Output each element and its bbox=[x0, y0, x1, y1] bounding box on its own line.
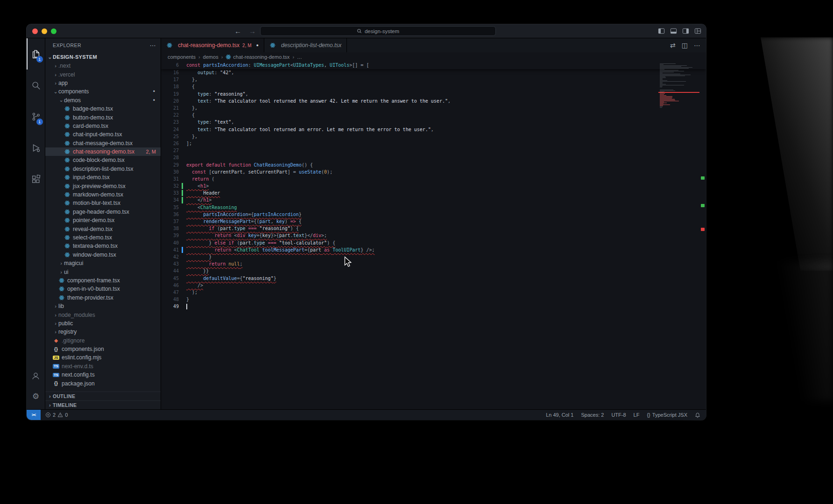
file-item-theme-provider.tsx[interactable]: theme-provider.tsx bbox=[45, 294, 161, 302]
notifications-bell-icon[interactable] bbox=[695, 412, 700, 418]
code-line-46[interactable]: 46 /> bbox=[161, 282, 706, 289]
folder-item-app[interactable]: ›app bbox=[45, 79, 161, 87]
section-outline[interactable]: ›OUTLINE bbox=[45, 392, 161, 400]
workspace-root-row[interactable]: ⌄ DESIGN-SYSTEM bbox=[45, 52, 161, 62]
encoding-status[interactable]: UTF-8 bbox=[611, 412, 626, 418]
code-line-49[interactable]: 49 bbox=[161, 303, 706, 310]
code-line-45[interactable]: 45 defaultValue={"reasoning"} bbox=[161, 274, 706, 281]
code-line-20[interactable]: 20 text: "The calculator tool returned t… bbox=[161, 98, 706, 105]
code-line-36[interactable]: 36 partsInAccordion={partsInAccordion} bbox=[161, 211, 706, 218]
file-item-code-block-demo.tsx[interactable]: code-block-demo.tsx bbox=[45, 156, 161, 164]
zoom-window-button[interactable] bbox=[51, 28, 56, 34]
file-item-card-demo.tsx[interactable]: card-demo.tsx bbox=[45, 122, 161, 130]
sticky-scroll-line[interactable]: 6const partsInAccordion: UIMessagePart<U… bbox=[161, 62, 706, 69]
code-line-41[interactable]: 41 return <ChatTool toolMessagePart={par… bbox=[161, 246, 706, 253]
minimize-window-button[interactable] bbox=[42, 28, 47, 34]
file-item-next.config.ts[interactable]: TSnext.config.ts bbox=[45, 371, 161, 379]
cursor-position-status[interactable]: Ln 49, Col 1 bbox=[546, 412, 573, 418]
file-item-component-frame.tsx[interactable]: component-frame.tsx bbox=[45, 276, 161, 285]
code-line-43[interactable]: 43 return null; bbox=[161, 260, 706, 267]
file-item-chat-message-demo.tsx[interactable]: chat-message-demo.tsx bbox=[45, 139, 161, 147]
breadcrumb-item[interactable]: chat-reasoning-demo.tsx bbox=[226, 54, 289, 60]
folder-item-demos[interactable]: ⌄demos• bbox=[45, 96, 161, 105]
code-line-26[interactable]: 26]; bbox=[161, 140, 706, 147]
file-item-page-header-demo.tsx[interactable]: page-header-demo.tsx bbox=[45, 208, 161, 216]
customize-layout-icon[interactable] bbox=[694, 28, 701, 35]
file-item-pointer-demo.tsx[interactable]: pointer-demo.tsx bbox=[45, 216, 161, 224]
split-editor-icon[interactable]: ◫ bbox=[682, 42, 688, 49]
navigate-forward-button[interactable]: → bbox=[249, 27, 256, 35]
folder-item-components[interactable]: ⌄components• bbox=[45, 87, 161, 96]
file-item-button-demo.tsx[interactable]: button-demo.tsx bbox=[45, 113, 161, 121]
file-item-.gitignore[interactable]: ◆.gitignore bbox=[45, 336, 161, 345]
language-mode-status[interactable]: {} TypeScript JSX bbox=[647, 412, 687, 418]
run-debug-activity-icon[interactable] bbox=[27, 132, 45, 163]
breadcrumb-item[interactable]: demos bbox=[203, 54, 219, 60]
file-item-package.json[interactable]: {}package.json bbox=[45, 379, 161, 387]
file-item-description-list-demo.tsx[interactable]: description-list-demo.tsx bbox=[45, 165, 161, 173]
account-icon[interactable] bbox=[27, 365, 45, 386]
code-line-25[interactable]: 25 }, bbox=[161, 133, 706, 140]
tab-chat-reasoning-demo[interactable]: chat-reasoning-demo.tsx 2, M ● bbox=[161, 38, 264, 52]
section-timeline[interactable]: ›TIMELINE bbox=[45, 400, 161, 409]
folder-item-registry[interactable]: ›registry bbox=[45, 328, 161, 336]
search-activity-icon[interactable] bbox=[27, 70, 45, 101]
code-line-31[interactable]: 31 return ( bbox=[161, 175, 706, 182]
explorer-activity-icon[interactable]: 1 bbox=[27, 38, 45, 70]
file-item-eslint.config.mjs[interactable]: JSeslint.config.mjs bbox=[45, 353, 161, 362]
navigate-back-button[interactable]: ← bbox=[234, 27, 241, 35]
open-changes-icon[interactable]: ⇄ bbox=[670, 42, 676, 49]
code-line-44[interactable]: 44 }} bbox=[161, 267, 706, 274]
code-line-19[interactable]: 19 type: "reasoning", bbox=[161, 91, 706, 98]
file-item-components.json[interactable]: {}components.json bbox=[45, 345, 161, 353]
file-item-markdown-demo.tsx[interactable]: markdown-demo.tsx bbox=[45, 190, 161, 199]
code-line-16[interactable]: 16 output: "42", bbox=[161, 69, 706, 76]
code-line-30[interactable]: 30 const [currentPart, setCurrentPart] =… bbox=[161, 168, 706, 175]
file-item-badge-demo.tsx[interactable]: badge-demo.tsx bbox=[45, 105, 161, 113]
code-line-42[interactable]: 42 } bbox=[161, 253, 706, 260]
problems-status[interactable]: 2 0 bbox=[41, 412, 68, 418]
code-line-47[interactable]: 47 ); bbox=[161, 289, 706, 296]
extensions-activity-icon[interactable] bbox=[27, 163, 45, 195]
code-line-29[interactable]: 29export default function ChatReasoningD… bbox=[161, 161, 706, 168]
file-item-motion-blur-text.tsx[interactable]: motion-blur-text.tsx bbox=[45, 199, 161, 207]
code-line-38[interactable]: 38 if (part.type === "reasoning") { bbox=[161, 225, 706, 232]
folder-item-.next[interactable]: ›.next bbox=[45, 62, 161, 70]
code-line-34[interactable]: 34 </h1> bbox=[161, 196, 706, 203]
indentation-status[interactable]: Spaces: 2 bbox=[581, 412, 604, 418]
file-item-input-demo.tsx[interactable]: input-demo.tsx bbox=[45, 173, 161, 182]
code-line-18[interactable]: 18 { bbox=[161, 83, 706, 90]
modified-dot-icon[interactable]: ● bbox=[256, 43, 259, 48]
folder-item-.vercel[interactable]: ›.vercel bbox=[45, 70, 161, 78]
folder-item-lib[interactable]: ›lib bbox=[45, 302, 161, 310]
explorer-more-actions-icon[interactable]: ⋯ bbox=[150, 42, 156, 49]
file-item-jsx-preview-demo.tsx[interactable]: jsx-preview-demo.tsx bbox=[45, 182, 161, 190]
minimap[interactable] bbox=[658, 62, 699, 409]
code-editor[interactable]: 6const partsInAccordion: UIMessagePart<U… bbox=[161, 62, 706, 409]
code-line-32[interactable]: 32 <h1> bbox=[161, 182, 706, 189]
file-item-open-in-v0-button.tsx[interactable]: open-in-v0-button.tsx bbox=[45, 285, 161, 293]
folder-item-ui[interactable]: ›ui bbox=[45, 267, 161, 276]
toggle-panel-icon[interactable] bbox=[670, 28, 677, 35]
source-control-activity-icon[interactable]: 1 bbox=[27, 101, 45, 132]
folder-item-magicui[interactable]: ›magicui bbox=[45, 259, 161, 267]
code-line-48[interactable]: 48} bbox=[161, 296, 706, 303]
folder-item-public[interactable]: ›public bbox=[45, 319, 161, 328]
breadcrumb-item[interactable]: components bbox=[168, 54, 196, 60]
file-item-textarea-demo.tsx[interactable]: textarea-demo.tsx bbox=[45, 242, 161, 250]
code-line-6[interactable]: 6const partsInAccordion: UIMessagePart<U… bbox=[161, 62, 706, 69]
folder-item-node_modules[interactable]: ›node_modules bbox=[45, 310, 161, 319]
editor-more-actions-icon[interactable]: ⋯ bbox=[694, 42, 700, 49]
settings-gear-icon[interactable]: ⚙ bbox=[27, 386, 45, 406]
file-item-select-demo.tsx[interactable]: select-demo.tsx bbox=[45, 233, 161, 242]
file-item-next-env.d.ts[interactable]: TSnext-env.d.ts bbox=[45, 362, 161, 371]
code-line-23[interactable]: 23 type: "text", bbox=[161, 119, 706, 126]
code-line-17[interactable]: 17 }, bbox=[161, 76, 706, 83]
code-line-33[interactable]: 33 Header bbox=[161, 189, 706, 196]
code-line-35[interactable]: 35 <ChatReasoning bbox=[161, 204, 706, 211]
close-window-button[interactable] bbox=[32, 28, 38, 34]
command-center-search[interactable]: design-system bbox=[260, 26, 496, 36]
eol-status[interactable]: LF bbox=[634, 412, 640, 418]
toggle-sidebar-icon[interactable] bbox=[658, 28, 665, 35]
code-line-37[interactable]: 37 renderMessagePart={(part, key) => { bbox=[161, 218, 706, 225]
